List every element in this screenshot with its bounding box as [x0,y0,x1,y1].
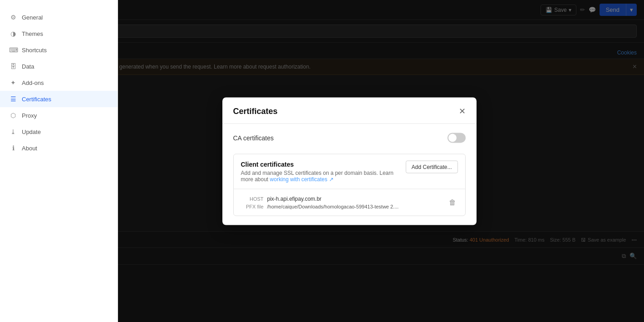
ca-cert-label: CA certificates [233,134,274,141]
pfx-value: /home/caique/Downloads/homologacao-59941… [267,203,399,209]
themes-icon: ◑ [9,30,17,37]
certificates-icon: ☰ [9,95,17,103]
settings-nav-general[interactable]: ⚙ General [0,9,118,25]
settings-nav-addons[interactable]: ✦ Add-ons [0,74,118,91]
client-cert-title: Client certificates [241,160,406,168]
pfx-label: PFX file [241,203,264,209]
modal-header: Certificates ✕ [222,97,477,124]
toggle-track[interactable] [447,133,466,143]
modal-body: CA certificates Client certificates Add … [222,124,477,225]
modal-close-button[interactable]: ✕ [459,107,466,115]
settings-nav-about[interactable]: ℹ About [0,140,118,156]
settings-nav-certificates[interactable]: ☰ Certificates [0,91,118,107]
about-icon: ℹ [9,144,17,152]
data-icon: 🗄 [9,63,17,70]
general-icon: ⚙ [9,14,17,21]
certificates-modal: Certificates ✕ CA certificates Client ce… [222,97,477,225]
client-certificates-section: Client certificates Add and manage SSL c… [233,154,466,216]
cert-host-row: HOST pix-h.api.efipay.com.br [241,195,443,202]
ca-cert-toggle[interactable] [447,133,466,143]
host-label: HOST [241,196,264,201]
settings-nav-themes[interactable]: ◑ Themes [0,25,118,42]
client-cert-header: Client certificates Add and manage SSL c… [234,154,465,189]
cert-fields: HOST pix-h.api.efipay.com.br PFX file /h… [241,195,443,209]
delete-certificate-button[interactable]: 🗑 [447,196,458,208]
add-certificate-button[interactable]: Add Certificate... [406,160,458,173]
addons-icon: ✦ [9,79,17,86]
proxy-icon: ⬡ [9,112,17,119]
settings-nav-shortcuts[interactable]: ⌨ Shortcuts [0,42,118,58]
ca-certificates-row: CA certificates [233,133,466,143]
settings-nav-proxy[interactable]: ⬡ Proxy [0,107,118,124]
update-icon: ⤓ [9,128,17,135]
host-value: pix-h.api.efipay.com.br [267,195,322,202]
shortcuts-icon: ⌨ [9,46,17,54]
client-cert-info: Client certificates Add and manage SSL c… [241,160,406,182]
certificate-entry: HOST pix-h.api.efipay.com.br PFX file /h… [234,189,465,215]
settings-nav-data[interactable]: 🗄 Data [0,58,118,74]
settings-nav-update[interactable]: ⤓ Update [0,124,118,140]
cert-pfx-row: PFX file /home/caique/Downloads/homologa… [241,203,443,209]
toggle-thumb [448,134,457,142]
client-cert-desc: Add and manage SSL certificates on a per… [241,169,406,182]
settings-sidebar: ⚙ General ◑ Themes ⌨ Shortcuts 🗄 Data ✦ … [0,0,118,322]
working-with-certs-link[interactable]: working with certificates ↗ [270,176,334,182]
modal-title: Certificates [233,106,278,116]
